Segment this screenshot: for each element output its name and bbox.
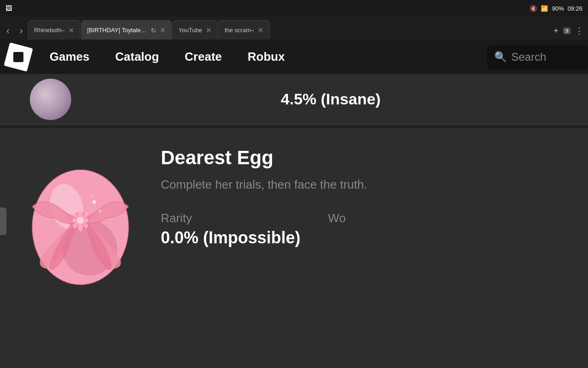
svg-point-5	[78, 209, 83, 218]
tab-rhineboth-title: Rhineboth–	[34, 27, 65, 34]
tab-count-badge: 9	[563, 28, 571, 34]
item-name: Dearest Egg	[161, 147, 579, 169]
search-placeholder-text: Search	[511, 51, 546, 63]
content-area: 4.5% (Insane)	[0, 74, 588, 368]
roblox-logo-inner	[4, 42, 33, 72]
mute-icon: 🔇	[530, 5, 537, 12]
svg-point-14	[92, 200, 96, 204]
svg-point-15	[99, 210, 102, 213]
nav-games[interactable]: Games	[37, 40, 102, 74]
egg-image	[14, 147, 147, 294]
status-right: 🔇 📶 90% 09:26	[530, 5, 582, 12]
worth-stat: Wo	[328, 211, 346, 247]
forward-button[interactable]: ›	[15, 22, 28, 40]
status-bar: 🖼 🔇 📶 90% 09:26	[0, 0, 588, 17]
top-item-image	[14, 79, 87, 120]
search-icon: 🔍	[494, 51, 507, 63]
screenshot-icon: 🖼	[6, 5, 12, 12]
tab-youtube[interactable]: YouTube ✕	[173, 20, 218, 40]
top-item-section: 4.5% (Insane)	[0, 74, 588, 125]
tab-birthday-reload[interactable]: ↻	[151, 27, 156, 34]
side-handle[interactable]	[0, 207, 6, 235]
tab-scram[interactable]: the scram– ✕	[219, 20, 270, 40]
orb-image	[30, 79, 71, 120]
tab-bar: ‹ › Rhineboth– ✕ [BIRTHDAY] Toytale Role…	[0, 17, 588, 40]
nav-robux[interactable]: Robux	[235, 40, 298, 74]
tab-rhineboth-close[interactable]: ✕	[68, 26, 74, 34]
nav-create[interactable]: Create	[172, 40, 235, 74]
tab-youtube-close[interactable]: ✕	[206, 26, 212, 34]
svg-point-6	[78, 223, 83, 231]
battery-text: 90%	[552, 5, 564, 12]
nav-catalog[interactable]: Catalog	[102, 40, 172, 74]
tab-birthday-close[interactable]: ✕	[160, 26, 166, 34]
top-item-info: 4.5% (Insane)	[87, 90, 574, 108]
nav-links: Games Catalog Create Robux	[37, 40, 487, 74]
new-tab-button[interactable]: +	[551, 24, 561, 38]
top-item-rarity-value: 4.5% (Insane)	[87, 90, 574, 108]
back-button[interactable]: ‹	[2, 22, 14, 40]
tab-birthday-title: [BIRTHDAY] Toytale Roleplay –	[87, 27, 147, 34]
worth-label: Wo	[328, 211, 346, 225]
item-stats: Rarity 0.0% (Impossible) Wo	[161, 211, 579, 247]
main-item-section: Dearest Egg Complete her trials, then fa…	[0, 128, 588, 312]
rarity-value: 0.0% (Impossible)	[161, 228, 300, 247]
egg-container	[9, 142, 152, 299]
tab-scram-close[interactable]: ✕	[258, 26, 264, 34]
rarity-label: Rarity	[161, 211, 300, 225]
browser-menu-button[interactable]: ⋮	[572, 24, 586, 38]
time-text: 09:26	[567, 5, 582, 12]
tab-youtube-title: YouTube	[179, 27, 202, 34]
item-details: Dearest Egg Complete her trials, then fa…	[161, 142, 579, 247]
tab-scram-title: the scram–	[225, 27, 254, 34]
roblox-logo-dot	[13, 52, 23, 62]
status-left: 🖼	[6, 5, 12, 12]
nav-bar: Games Catalog Create Robux 🔍 Search	[0, 40, 588, 74]
svg-point-16	[91, 196, 93, 197]
rarity-stat: Rarity 0.0% (Impossible)	[161, 211, 300, 247]
section-divider	[0, 125, 588, 128]
roblox-logo[interactable]	[0, 40, 37, 74]
wifi-icon: 📶	[541, 5, 548, 12]
tab-birthday[interactable]: [BIRTHDAY] Toytale Roleplay – ↻ ✕	[81, 20, 172, 40]
search-bar[interactable]: 🔍 Search	[487, 45, 588, 69]
item-description: Complete her trials, then face the truth…	[161, 176, 579, 193]
tab-actions: + 9 ⋮	[551, 24, 586, 40]
tab-rhineboth[interactable]: Rhineboth– ✕	[28, 20, 80, 40]
